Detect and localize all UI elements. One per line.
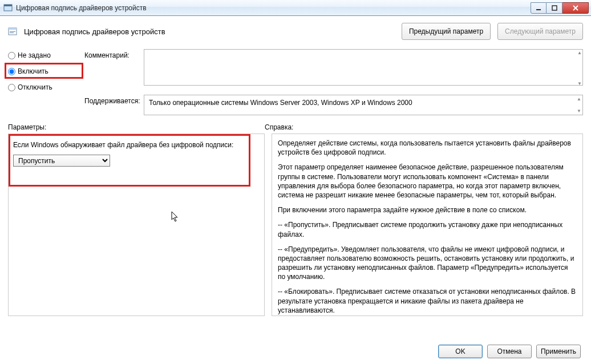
apply-button[interactable]: Применить: [536, 345, 581, 358]
radio-enabled-label: Включить: [18, 67, 48, 75]
help-paragraph: -- «Блокировать». Предписывает системе о…: [278, 287, 577, 315]
help-paragraph: При включении этого параметра задайте ну…: [278, 205, 577, 215]
param-prompt: Если Windows обнаруживает файл драйвера …: [13, 141, 260, 149]
svg-rect-7: [10, 33, 14, 33]
parameters-panel: Если Windows обнаруживает файл драйвера …: [8, 134, 265, 316]
policy-icon: [8, 27, 17, 36]
help-panel[interactable]: Определяет действие системы, когда польз…: [272, 134, 583, 316]
ok-button[interactable]: OK: [438, 345, 483, 358]
help-paragraph: Этот параметр определяет наименее безопа…: [278, 163, 577, 200]
prev-setting-button[interactable]: Предыдущий параметр: [402, 23, 491, 40]
comment-label: Комментарий:: [84, 49, 141, 59]
help-paragraph: Определяет действие системы, когда польз…: [278, 139, 577, 157]
svg-rect-1: [4, 5, 12, 6]
supported-text: Только операционные системы Windows Serv…: [149, 99, 412, 107]
radio-disabled-input[interactable]: [8, 84, 15, 91]
help-heading: Справка:: [265, 123, 583, 131]
window-controls: [531, 2, 589, 14]
maximize-button[interactable]: [547, 2, 562, 14]
help-paragraph: -- «Пропустить». Предписывает системе пр…: [278, 220, 577, 238]
state-radio-group: Не задано Включить Отключить: [8, 49, 82, 91]
titlebar: Цифровая подпись драйверов устройств: [0, 0, 591, 16]
radio-disabled[interactable]: Отключить: [8, 83, 82, 91]
svg-rect-2: [536, 9, 541, 10]
radio-disabled-label: Отключить: [18, 83, 52, 91]
radio-not-configured[interactable]: Не задано: [8, 51, 82, 59]
minimize-button[interactable]: [531, 2, 547, 14]
svg-rect-5: [9, 28, 17, 30]
supported-label: Поддерживается:: [84, 95, 141, 105]
app-icon: [3, 3, 13, 13]
next-setting-button[interactable]: Следующий параметр: [497, 23, 583, 40]
help-paragraph: -- «Предупредить». Уведомляет пользовате…: [278, 245, 577, 282]
radio-not-configured-input[interactable]: [8, 52, 15, 59]
action-dropdown[interactable]: Пропустить Предупредить Блокировать: [13, 155, 110, 167]
radio-enabled[interactable]: Включить: [8, 67, 82, 75]
close-button[interactable]: [562, 2, 589, 14]
radio-not-configured-label: Не задано: [18, 51, 51, 59]
window-title: Цифровая подпись драйверов устройств: [16, 4, 531, 12]
cancel-button[interactable]: Отмена: [487, 345, 532, 358]
bottom-bar: OK Отмена Применить: [8, 345, 583, 358]
page-title: Цифровая подпись драйверов устройств: [24, 27, 165, 36]
header-row: Цифровая подпись драйверов устройств Пре…: [8, 23, 583, 40]
comment-input[interactable]: [144, 49, 583, 86]
svg-rect-6: [10, 31, 15, 32]
radio-enabled-input[interactable]: [8, 68, 15, 75]
parameters-heading: Параметры:: [8, 123, 265, 131]
svg-rect-3: [552, 6, 557, 10]
supported-box: Только операционные системы Windows Serv…: [144, 95, 583, 115]
